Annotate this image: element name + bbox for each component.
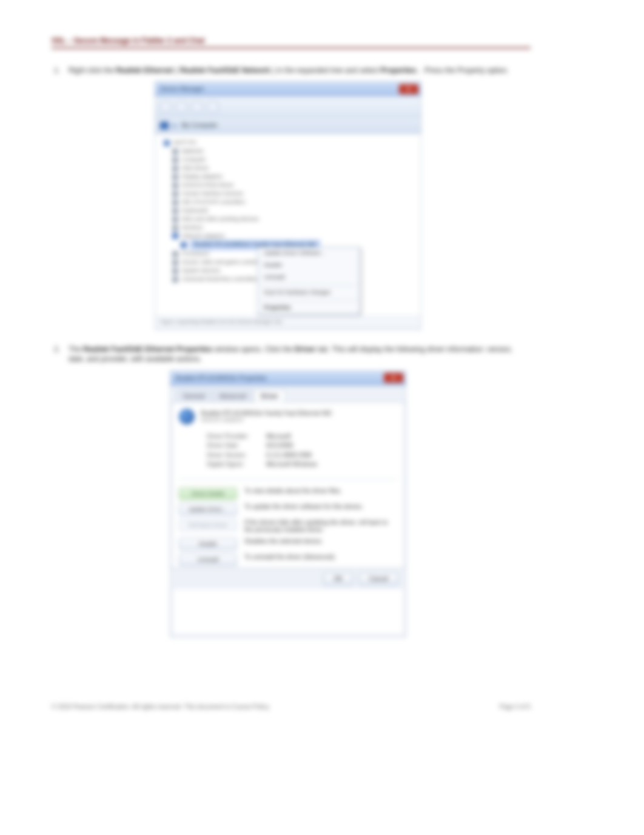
address-text: My Computer xyxy=(181,122,218,129)
context-menu-item[interactable]: Scan for hardware changes xyxy=(258,287,360,299)
tab-driver[interactable]: Driver xyxy=(254,390,285,402)
device-name: Realtek RTL8139/810x Family Fast Etherne… xyxy=(201,410,332,417)
context-menu-item[interactable]: Disable xyxy=(258,260,360,272)
device-icon xyxy=(172,174,178,180)
tree-item[interactable]: System devices xyxy=(182,267,220,275)
update-driver-button[interactable]: Update Driver… xyxy=(179,503,237,515)
tree-item[interactable]: Universal Serial Bus controllers xyxy=(182,275,258,284)
prop-value: 6.111.0809.2006 xyxy=(266,451,312,460)
separator xyxy=(179,479,397,480)
toolbar-button[interactable] xyxy=(176,101,187,112)
device-icon xyxy=(172,166,178,172)
prop-value: Microsoft xyxy=(266,432,291,441)
device-icon xyxy=(172,251,178,257)
device-icon xyxy=(172,191,178,197)
device-icon xyxy=(172,225,178,231)
rollback-driver-button[interactable]: Roll Back Driver xyxy=(179,519,237,531)
property-list: Driver Provider:Microsoft Driver Date:6/… xyxy=(170,429,406,475)
footer-copyright: © 2016 Pearson Certification. All rights… xyxy=(52,703,270,710)
step-2-number: 2. xyxy=(52,344,60,354)
prop-value: Microsoft Windows xyxy=(266,460,317,469)
button-desc: To uninstall the driver (Advanced). xyxy=(244,554,397,562)
button-desc: To update the driver software for this d… xyxy=(244,503,397,511)
step-1-text: Right click the Realtek Ethernet ( Realt… xyxy=(69,65,509,75)
device-icon xyxy=(172,260,178,266)
tree-item[interactable]: IDE ATA/ATAPI controllers xyxy=(182,198,245,207)
dialog-action-bar: OK Cancel xyxy=(170,568,406,589)
tree-item[interactable]: Mice and other pointing devices xyxy=(182,215,259,224)
device-category: Network adapters xyxy=(201,417,332,423)
context-menu-item[interactable]: Uninstall xyxy=(258,272,360,284)
device-icon xyxy=(172,149,178,155)
network-icon xyxy=(172,233,178,239)
button-desc: If the device fails after updating the d… xyxy=(244,519,397,534)
window-titlebar: Realtek RTL8139/810x Properties ✕ xyxy=(170,371,406,386)
footer-page-number: Page 3 of 5 xyxy=(500,703,531,710)
device-icon xyxy=(172,157,178,163)
separator xyxy=(260,300,357,301)
window-title: Device Manager xyxy=(160,86,204,92)
button-desc: Disables the selected device. xyxy=(244,538,397,546)
screenshot-device-manager: Device Manager ✕ ▸ My Computer MATT-PC B… xyxy=(155,81,421,330)
disable-button[interactable]: Disable xyxy=(179,538,237,550)
step-2: 2. The Realtek Fast/GbE Ethernet Propert… xyxy=(52,344,531,364)
toolbar xyxy=(155,96,421,117)
tab-bar: General Advanced Driver xyxy=(170,386,406,403)
device-heading: Realtek RTL8139/810x Family Fast Etherne… xyxy=(170,403,406,429)
uninstall-button[interactable]: Uninstall xyxy=(179,554,237,566)
window-title: Realtek RTL8139/810x Properties xyxy=(175,375,266,381)
prop-label: Driver Provider: xyxy=(207,432,255,441)
tree-item[interactable]: Monitors xyxy=(182,224,203,232)
page-footer: © 2016 Pearson Certification. All rights… xyxy=(52,703,531,710)
device-icon xyxy=(172,216,178,223)
close-icon[interactable]: ✕ xyxy=(384,373,403,383)
chevron-right-icon: ▸ xyxy=(173,122,176,129)
pc-icon xyxy=(164,140,170,146)
tree-item[interactable]: Computer xyxy=(182,156,206,164)
step-1: 1. Right click the Realtek Ethernet ( Re… xyxy=(52,65,531,75)
context-menu-item-properties[interactable]: Properties xyxy=(258,302,360,314)
toolbar-button[interactable] xyxy=(160,101,171,112)
prop-label: Driver Version: xyxy=(207,451,255,460)
device-icon xyxy=(172,268,178,274)
nic-icon xyxy=(181,242,187,248)
tree-root[interactable]: MATT-PC xyxy=(173,139,197,147)
device-icon xyxy=(172,183,178,189)
prop-value: 6/21/2006 xyxy=(266,441,293,451)
device-icon xyxy=(172,200,178,206)
cancel-button[interactable]: Cancel xyxy=(359,572,398,585)
tab-general[interactable]: General xyxy=(176,390,212,402)
context-menu: Update Driver Software… Disable Uninstal… xyxy=(257,247,360,315)
button-desc: To view details about the driver files. xyxy=(244,488,397,495)
tree-item[interactable]: Processors xyxy=(182,250,209,258)
document-page: SSL – Secure Message in Fiddler 2 and Ch… xyxy=(52,36,531,652)
tree-item[interactable]: Display adapters xyxy=(182,173,223,181)
page-header: SSL – Secure Message in Fiddler 2 and Ch… xyxy=(52,36,531,49)
window-titlebar: Device Manager ✕ xyxy=(155,82,421,96)
device-icon xyxy=(172,208,178,214)
toolbar-button[interactable] xyxy=(192,101,203,112)
tree-item-network[interactable]: Network adapters xyxy=(182,232,225,241)
tab-advanced[interactable]: Advanced xyxy=(213,390,253,402)
tree-item[interactable]: DVD/CD-ROM drives xyxy=(182,181,233,190)
figure-caption: Figure: expanding Realtek from the Devic… xyxy=(155,316,421,328)
separator xyxy=(260,285,357,286)
tree-item[interactable]: Keyboards xyxy=(182,207,208,215)
toolbar-button[interactable] xyxy=(207,101,218,112)
screenshot-properties-dialog: Realtek RTL8139/810x Properties ✕ Genera… xyxy=(170,371,406,637)
step-1-number: 1. xyxy=(52,65,60,75)
tree-item[interactable]: Disk drives xyxy=(182,164,209,173)
globe-icon xyxy=(179,409,195,424)
prop-label: Driver Date: xyxy=(207,441,255,451)
prop-label: Digital Signer: xyxy=(207,460,255,469)
close-icon[interactable]: ✕ xyxy=(399,84,418,94)
tree-item[interactable]: Batteries xyxy=(182,147,204,156)
device-icon xyxy=(172,277,178,283)
ok-button[interactable]: OK xyxy=(323,572,352,585)
driver-details-button[interactable]: Driver Details xyxy=(179,488,237,500)
step-2-text: The Realtek Fast/GbE Ethernet Properties… xyxy=(69,344,531,364)
device-tree: MATT-PC Batteries Computer Disk drives D… xyxy=(155,134,421,316)
context-menu-item[interactable]: Update Driver Software… xyxy=(258,247,360,260)
tree-item[interactable]: Sound, video and game controllers xyxy=(182,258,266,267)
tree-item[interactable]: Human Interface Devices xyxy=(182,190,243,198)
